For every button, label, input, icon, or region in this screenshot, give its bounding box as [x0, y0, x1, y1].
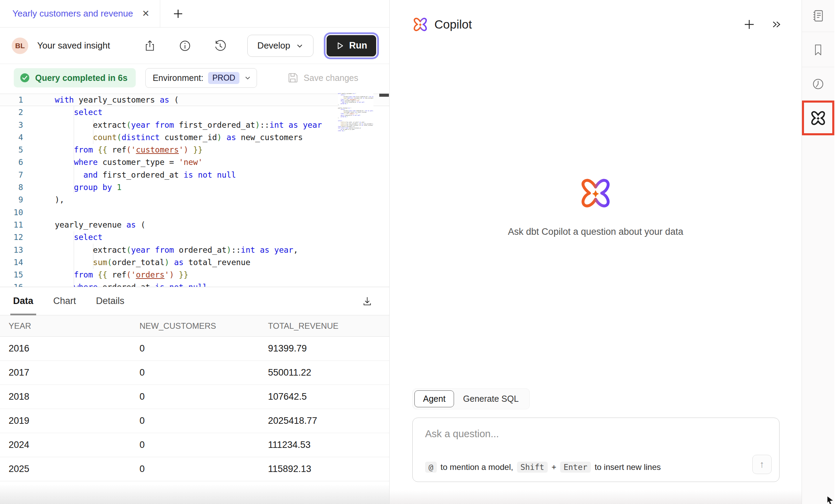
code-line[interactable]: 6 where customer_type = 'new'	[0, 156, 389, 168]
table-row[interactable]: 20250115892.13	[0, 457, 389, 481]
code-line[interactable]: 4 count(distinct customer_id) as new_cus…	[0, 131, 389, 144]
run-button[interactable]: Run	[327, 35, 376, 56]
mode-agent-button[interactable]: Agent	[414, 390, 454, 407]
query-status-badge: Query completed in 6s	[14, 68, 136, 87]
code-lines: 1with yearly_customers as (2 select3 ext…	[0, 94, 389, 287]
code-line[interactable]: 5 from {{ ref('customers') }}	[0, 144, 389, 156]
chevron-double-right-icon	[771, 19, 782, 30]
code-line[interactable]: 8 group by 1	[0, 181, 389, 193]
column-header-year[interactable]: YEAR	[9, 321, 140, 331]
develop-button[interactable]: Develop	[247, 35, 313, 57]
mode-generate-sql-button[interactable]: Generate SQL	[454, 391, 527, 407]
results-panel: Data Chart Details YEAR NEW_CUSTOMERS TO…	[0, 287, 389, 504]
table-row[interactable]: 201902025418.77	[0, 409, 389, 433]
collapse-panel-button[interactable]	[771, 19, 782, 30]
bookmark-icon	[811, 43, 825, 57]
at-key-chip: @	[425, 462, 437, 473]
insight-title: Your saved insight	[37, 40, 110, 51]
code-line[interactable]: 13 extract(year from ordered_at)::int as…	[0, 244, 389, 256]
insight-toolbar: BL Your saved insight Develop Run	[0, 28, 389, 64]
hint-mention-text: to mention a model,	[441, 462, 513, 472]
chevron-down-icon	[244, 74, 251, 81]
scrollbar-thumb[interactable]	[379, 94, 389, 97]
sidebar-item-history[interactable]	[811, 76, 826, 92]
column-header-total-revenue[interactable]: TOTAL_REVENUE	[268, 321, 389, 331]
environment-select[interactable]: Environment: PROD	[145, 68, 257, 88]
table-row[interactable]: 20240111234.53	[0, 433, 389, 457]
new-tab-button[interactable]	[172, 0, 184, 27]
toolbar-icons	[143, 39, 227, 53]
minimap-code: with yearly_customers as ( select extrac…	[338, 93, 373, 132]
code-line[interactable]: 11yearly_revenue as (	[0, 219, 389, 231]
code-line[interactable]: 14 sum(order_total) as total_revenue	[0, 256, 389, 269]
close-icon[interactable]: ✕	[142, 8, 150, 19]
tab-title: Yearly customers and revenue	[12, 8, 133, 19]
clock-icon	[811, 76, 826, 92]
history-icon	[213, 39, 227, 53]
info-button[interactable]	[178, 39, 192, 53]
copilot-empty-state: Ask dbt Copilot a question about your da…	[390, 176, 802, 237]
code-line[interactable]: 3 extract(year from first_ordered_at)::i…	[0, 119, 389, 131]
code-line[interactable]: 12 select	[0, 231, 389, 243]
hint-newlines-text: to insert new lines	[595, 462, 661, 472]
share-button[interactable]	[143, 39, 157, 53]
minimap[interactable]: with yearly_customers as ( select extrac…	[338, 93, 373, 141]
code-line[interactable]: 1with yearly_customers as (	[0, 94, 389, 106]
input-hint: @ to mention a model, Shift + Enter to i…	[425, 462, 661, 473]
save-changes-label: Save changes	[304, 73, 358, 83]
sidebar-item-copilot-active[interactable]	[802, 101, 834, 135]
check-circle-icon	[19, 72, 30, 83]
sidebar-item-bookmarks[interactable]	[811, 43, 825, 57]
environment-label: Environment:	[153, 73, 203, 83]
table-row[interactable]: 20170550011.22	[0, 361, 389, 385]
code-line[interactable]: 7 and first_ordered_at is not null	[0, 169, 389, 181]
copilot-header: Copilot	[412, 17, 782, 32]
avatar[interactable]: BL	[12, 38, 28, 54]
send-button[interactable]: ↑	[752, 455, 772, 474]
history-button[interactable]	[213, 39, 227, 53]
arrow-up-icon: ↑	[760, 459, 764, 470]
tab-yearly-customers-and-revenue[interactable]: Yearly customers and revenue ✕	[0, 0, 160, 27]
plus-icon	[743, 18, 755, 31]
results-tab-bar: Data Chart Details	[0, 287, 389, 315]
download-icon	[361, 295, 374, 308]
input-placeholder: Ask a question...	[425, 428, 499, 440]
bottom-fade	[0, 484, 389, 504]
mouse-cursor	[826, 496, 834, 504]
code-line[interactable]: 10	[0, 206, 389, 219]
environment-value-chip: PROD	[208, 72, 239, 84]
tab-bar: Yearly customers and revenue ✕	[0, 0, 389, 28]
tab-data[interactable]: Data	[13, 287, 33, 315]
sidebar-divider	[802, 32, 834, 32]
copilot-question-input[interactable]: Ask a question... @ to mention a model, …	[412, 418, 780, 482]
plus-icon	[172, 8, 184, 20]
table-row[interactable]: 2016091399.79	[0, 337, 389, 361]
run-label: Run	[349, 40, 367, 51]
right-sidebar	[802, 0, 834, 504]
code-line[interactable]: 15 from {{ ref('orders') }}	[0, 269, 389, 281]
table-row[interactable]: 20180107642.5	[0, 385, 389, 409]
save-icon	[287, 72, 299, 84]
code-line[interactable]: 2 select	[0, 106, 389, 118]
sidebar-item-lineage[interactable]	[811, 8, 826, 23]
code-line[interactable]: 9),	[0, 193, 389, 206]
info-icon	[178, 39, 192, 53]
copilot-mode-switch: Agent Generate SQL	[412, 388, 530, 409]
copilot-panel: Copilot Ask dbt Copilot a question about…	[390, 0, 802, 504]
new-chat-button[interactable]	[743, 18, 755, 31]
tab-details[interactable]: Details	[96, 287, 125, 315]
download-button[interactable]	[361, 295, 374, 308]
dbt-copilot-logo-large-icon	[579, 176, 612, 210]
status-bar: Query completed in 6s Environment: PROD …	[0, 64, 389, 92]
sidebar-divider	[802, 67, 834, 67]
dbt-copilot-logo-icon	[412, 17, 428, 32]
tab-chart[interactable]: Chart	[53, 287, 76, 315]
column-header-new-customers[interactable]: NEW_CUSTOMERS	[140, 321, 268, 331]
copilot-header-actions	[743, 18, 782, 31]
results-rows: 2016091399.7920170550011.2220180107642.5…	[0, 337, 389, 481]
copilot-title: Copilot	[434, 18, 472, 31]
save-changes-button[interactable]: Save changes	[287, 72, 358, 84]
sql-editor[interactable]: 1with yearly_customers as (2 select3 ext…	[0, 92, 389, 287]
code-line[interactable]: 16 where ordered_at is not null	[0, 281, 389, 287]
results-header-row: YEAR NEW_CUSTOMERS TOTAL_REVENUE	[0, 315, 389, 337]
